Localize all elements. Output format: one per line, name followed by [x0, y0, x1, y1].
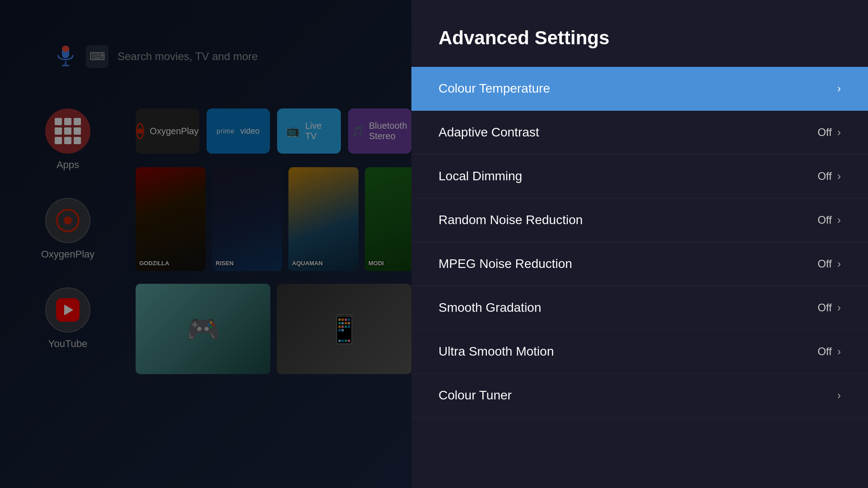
youtube-play-triangle — [64, 305, 73, 315]
movie-title-modi: MODI — [368, 260, 384, 267]
sidebar-item-apps[interactable]: Apps — [45, 108, 90, 171]
app-tile-oxy-icon — [136, 123, 144, 139]
colour-temperature-value: › — [837, 82, 841, 95]
mpeg-noise-reduction-value: Off › — [817, 258, 841, 270]
mpeg-noise-reduction-label: MPEG Noise Reduction — [439, 257, 572, 271]
settings-item-mpeg-noise-reduction[interactable]: MPEG Noise Reduction Off › — [411, 242, 868, 286]
app-tile-oxy-dot — [137, 128, 143, 134]
sidebar-item-label: Apps — [57, 159, 79, 171]
thumbnail-phone[interactable]: 📱 — [277, 284, 411, 374]
settings-menu: Colour Temperature › Adaptive Contrast O… — [411, 67, 868, 418]
smooth-gradation-label: Smooth Gradation — [439, 300, 541, 315]
settings-item-adaptive-contrast[interactable]: Adaptive Contrast Off › — [411, 111, 868, 155]
smooth-gradation-off-text: Off — [817, 301, 832, 314]
movie-poster-risen[interactable]: RISEN — [212, 167, 282, 271]
app-tile-prime[interactable]: prime video — [207, 108, 270, 154]
settings-item-colour-tuner[interactable]: Colour Tuner › — [411, 374, 868, 418]
oxy-ring-icon — [56, 209, 80, 232]
chevron-right-icon-2: › — [837, 126, 841, 139]
app-shortcuts-row: OxygenPlay prime video 📺 Live TV 🎵 Bluet… — [136, 108, 411, 154]
grid-icon — [47, 110, 89, 152]
app-tile-bluetooth[interactable]: 🎵 Bluetooth Stereo — [348, 108, 412, 154]
adaptive-contrast-label: Adaptive Contrast — [439, 125, 539, 140]
random-noise-reduction-off-text: Off — [817, 214, 832, 226]
ultra-smooth-motion-value: Off › — [817, 345, 841, 358]
movie-poster-modi[interactable]: MODI — [365, 167, 411, 271]
app-tile-livetv-label: Live TV — [305, 121, 332, 141]
app-tile-oxygenplay-label: OxygenPlay — [150, 126, 198, 136]
sidebar-item-oxygenplay[interactable]: OxygenPlay — [41, 198, 95, 260]
advanced-settings-panel: Advanced Settings Colour Temperature › A… — [411, 0, 868, 488]
sidebar-item-youtube-label: YouTube — [48, 338, 87, 350]
sidebar-item-oxygenplay-label: OxygenPlay — [41, 249, 95, 260]
random-noise-reduction-value: Off › — [817, 214, 841, 226]
movie-poster-aquaman[interactable]: AQUAMAN — [288, 167, 359, 271]
local-dimming-label: Local Dimming — [439, 169, 522, 183]
oxy-dot — [64, 216, 72, 225]
settings-item-random-noise-reduction[interactable]: Random Noise Reduction Off › — [411, 198, 868, 242]
colour-temperature-label: Colour Temperature — [439, 81, 550, 96]
chevron-right-icon-3: › — [837, 170, 841, 183]
settings-item-smooth-gradation[interactable]: Smooth Gradation Off › — [411, 286, 868, 330]
app-tile-livetv[interactable]: 📺 Live TV — [277, 108, 341, 154]
movie-title-risen: RISEN — [216, 260, 234, 267]
settings-item-colour-temperature[interactable]: Colour Temperature › — [411, 67, 868, 111]
chevron-right-icon-8: › — [837, 389, 841, 402]
mic-icon[interactable] — [54, 45, 77, 68]
ultra-smooth-motion-label: Ultra Smooth Motion — [439, 344, 554, 359]
chevron-right-icon-6: › — [837, 301, 841, 314]
adaptive-contrast-value: Off › — [817, 126, 841, 139]
thumbnail-zelda[interactable]: 🎮 — [136, 284, 270, 374]
svg-rect-1 — [62, 46, 69, 52]
movie-title-godzilla: GODZILLA — [139, 260, 169, 267]
movie-poster-godzilla[interactable]: GODZILLA — [136, 167, 206, 271]
settings-header: Advanced Settings — [411, 0, 868, 62]
smooth-gradation-value: Off › — [817, 301, 841, 314]
app-tile-bluetooth-label: Bluetooth Stereo — [369, 121, 407, 141]
apps-icon — [45, 108, 90, 154]
sidebar: Apps OxygenPlay YouTube — [0, 108, 136, 350]
settings-item-local-dimming[interactable]: Local Dimming Off › — [411, 155, 868, 198]
colour-tuner-value: › — [837, 389, 841, 402]
settings-item-ultra-smooth-motion[interactable]: Ultra Smooth Motion Off › — [411, 330, 868, 374]
keyboard-icon[interactable]: ⌨ — [86, 45, 108, 68]
mpeg-noise-reduction-off-text: Off — [817, 258, 832, 270]
youtube-logo — [56, 298, 80, 322]
app-tile-oxygenplay[interactable]: OxygenPlay — [136, 108, 199, 154]
chevron-right-icon-5: › — [837, 258, 841, 270]
settings-title: Advanced Settings — [439, 27, 841, 49]
local-dimming-value: Off › — [817, 170, 841, 183]
sidebar-item-youtube[interactable]: YouTube — [45, 287, 90, 350]
ultra-smooth-motion-off-text: Off — [817, 345, 832, 358]
movie-title-aquaman: AQUAMAN — [292, 260, 323, 267]
search-bar: ⌨ Search movies, TV and more — [54, 45, 393, 68]
local-dimming-off-text: Off — [817, 170, 832, 183]
oxygenplay-icon — [45, 198, 90, 243]
random-noise-reduction-label: Random Noise Reduction — [439, 213, 583, 227]
youtube-icon — [45, 287, 90, 333]
movies-row: GODZILLA RISEN AQUAMAN MODI JUSTICE LEAG… — [136, 167, 411, 271]
adaptive-contrast-off-text: Off — [817, 126, 832, 139]
search-placeholder[interactable]: Search movies, TV and more — [118, 46, 393, 67]
bottom-thumbnails-row: 🎮 📱 — [136, 284, 411, 374]
tv-home-screen: ⌨ Search movies, TV and more Apps Oxygen — [0, 0, 411, 488]
chevron-right-icon-4: › — [837, 214, 841, 226]
colour-tuner-label: Colour Tuner — [439, 388, 512, 403]
main-content: OxygenPlay prime video 📺 Live TV 🎵 Bluet… — [136, 108, 411, 374]
chevron-right-icon-7: › — [837, 345, 841, 358]
chevron-right-icon: › — [837, 82, 841, 95]
